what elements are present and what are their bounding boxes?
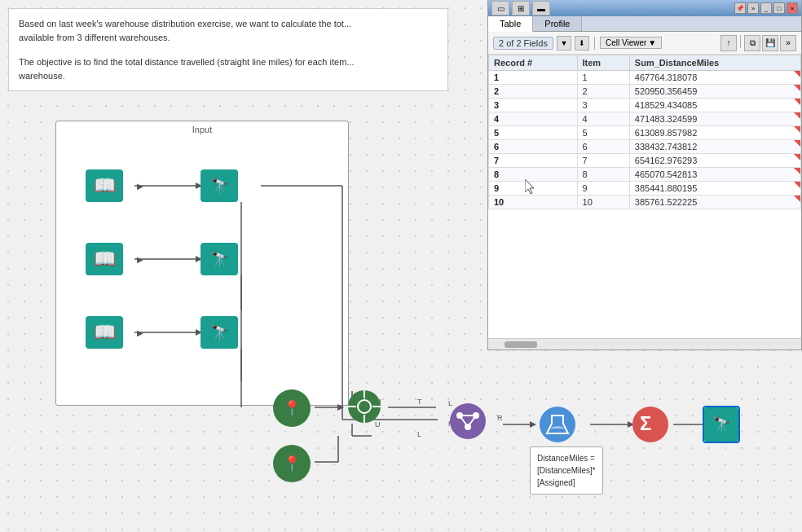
cell-item-6: 6 [577,140,629,154]
data-table-wrapper[interactable]: Record # Item Sum_DistanceMiles 11467764… [488,55,801,338]
panel-layout-buttons[interactable]: ▭ ⊞ ▬ [491,1,550,15]
copy-btn[interactable]: ⧉ [744,35,760,51]
close-button[interactable]: × [787,2,798,14]
cell-viewer-label: Cell Viewer [606,38,646,47]
summarize-tool[interactable]: Σ [632,406,669,443]
cell-value-5: 613089.857982 [629,126,800,140]
fields-toolbar: 2 of 2 Fields ▼ ⬇ Cell Viewer ▼ ↑ ⧉ 💾 » [488,32,801,55]
tab-profile[interactable]: Profile [533,16,582,31]
cell-item-10: 10 [577,196,629,209]
h-scrollbar-thumb[interactable] [505,341,537,348]
layout-btn-2[interactable]: ⊞ [512,1,530,15]
toolbar-right-buttons: ↑ ⧉ 💾 » [720,35,796,51]
cell-item-1: 1 [577,71,629,85]
more-button[interactable]: » [747,2,759,14]
formula-tool[interactable] [539,406,576,443]
svg-text:T: T [417,398,422,406]
panel-titlebar: ▭ ⊞ ▬ 📌 » _ □ × [488,0,801,16]
cell-value-7: 654162.976293 [629,154,800,168]
formula-line2: [DistanceMiles]* [537,464,596,477]
svg-text:R: R [497,414,503,422]
data-table: Record # Item Sum_DistanceMiles 11467764… [488,55,801,209]
location-pin-2[interactable]: 📍 [273,445,311,482]
cell-viewer-dropdown[interactable]: ▼ [648,38,656,47]
formula-line3: [Assigned] [537,477,596,489]
browse-tool-1[interactable]: 🔭 [200,169,238,202]
fields-dropdown-btn[interactable]: ▼ [557,36,571,51]
cell-value-10: 385761.522225 [629,196,800,209]
toolbar-separator-2 [740,35,741,48]
browse-tool-2[interactable]: 🔭 [200,243,238,275]
titlebar-window-buttons: 📌 » _ □ × [734,2,798,14]
toolbar-separator-1 [594,37,595,50]
location-pin-1[interactable]: 📍 [273,389,311,427]
cell-item-4: 4 [577,112,629,126]
save-btn[interactable]: 💾 [762,35,778,51]
cell-item-9: 9 [577,182,629,196]
table-row: 99385441.880195 [489,182,801,196]
cell-record-1: 1 [489,71,578,85]
cell-record-8: 8 [489,168,578,182]
browse-tool-3[interactable]: 🔭 [200,316,238,349]
cell-value-3: 418529.434085 [629,99,800,112]
table-row: 44471483.324599 [489,112,801,126]
cell-record-6: 6 [489,140,578,154]
input-box-label: Input [56,121,348,138]
maximize-button[interactable]: □ [773,2,785,14]
cell-item-2: 2 [577,85,629,99]
cell-record-5: 5 [489,126,578,140]
join-tool[interactable] [449,402,487,440]
description-text4: warehouse. [19,69,438,83]
cell-viewer-button[interactable]: Cell Viewer ▼ [600,37,662,49]
col-header-item[interactable]: Item [577,55,629,71]
col-header-record[interactable]: Record # [489,55,578,71]
svg-text:L: L [417,430,421,438]
layout-btn-3[interactable]: ▬ [532,1,550,15]
formula-annotation: DistanceMiles = [DistanceMiles]* [Assign… [530,446,603,495]
cell-record-10: 10 [489,196,578,209]
connector-arrow-3: ▶ [137,328,143,337]
cell-value-8: 465070.542813 [629,168,800,182]
minimize-button[interactable]: _ [760,2,772,14]
svg-text:Σ: Σ [640,412,651,434]
cell-item-8: 8 [577,168,629,182]
canvas: Based on last week's warehouse distribut… [0,0,802,532]
tab-table[interactable]: Table [488,16,533,32]
panel-tabs: Table Profile [488,16,801,32]
output-browse-tool[interactable]: 🔭 [703,406,740,443]
connector-arrow-1: ▶ [137,182,143,191]
more-options-btn[interactable]: » [780,35,796,51]
table-viewer-panel: ▭ ⊞ ▬ 📌 » _ □ × Table Profile 2 of 2 Fie… [487,0,802,350]
cell-record-3: 3 [489,99,578,112]
cell-value-6: 338432.743812 [629,140,800,154]
table-row: 11467764.318078 [489,71,801,85]
table-row: 77654162.976293 [489,154,801,168]
cell-record-2: 2 [489,85,578,99]
connector-arrow-2: ▶ [137,255,143,264]
input-book-1[interactable]: 📖 [86,169,123,202]
svg-point-40 [450,403,486,439]
cell-value-2: 520950.356459 [629,85,800,99]
cell-item-7: 7 [577,154,629,168]
cell-item-3: 3 [577,99,629,112]
horizontal-scrollbar[interactable] [488,338,801,350]
description-text2: available from 3 different warehouses. [19,31,438,45]
input-book-3[interactable]: 📖 [86,316,123,349]
sort-up-btn[interactable]: ↑ [720,35,737,51]
cell-value-1: 467764.318078 [629,71,800,85]
pin-button[interactable]: 📌 [734,2,746,14]
fields-extra-btn[interactable]: ⬇ [575,36,589,51]
svg-marker-22 [530,421,536,428]
cell-value-9: 385441.880195 [629,182,800,196]
description-box: Based on last week's warehouse distribut… [8,8,448,91]
table-row: 66338432.743812 [489,140,801,154]
input-book-2[interactable]: 📖 [86,243,123,275]
table-row: 88465070.542813 [489,168,801,182]
table-row: 55613089.857982 [489,126,801,140]
col-header-sum[interactable]: Sum_DistanceMiles [629,55,800,71]
target-tool[interactable] [346,388,383,425]
table-row: 33418529.434085 [489,99,801,112]
layout-btn-1[interactable]: ▭ [491,1,509,15]
cell-record-4: 4 [489,112,578,126]
table-row: 1010385761.522225 [489,196,801,209]
